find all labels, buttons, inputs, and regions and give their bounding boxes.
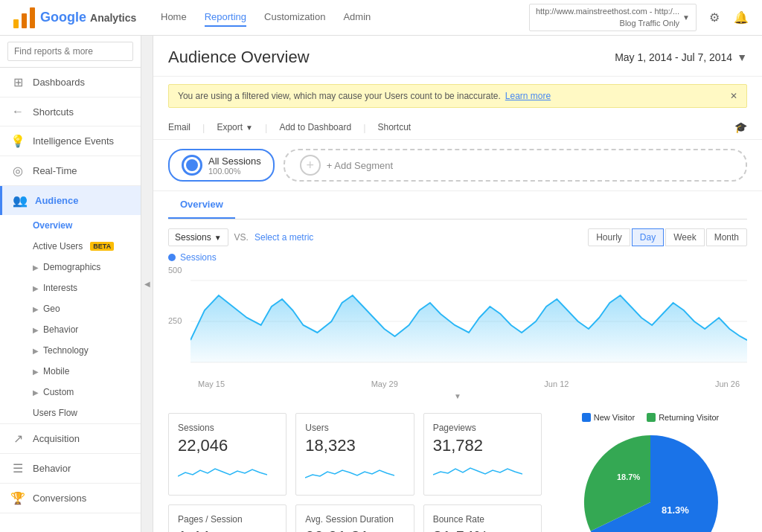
content-header: Audience Overview May 1, 2014 - Jul 7, 2… [153, 36, 762, 77]
tab-bar: Overview [168, 191, 747, 219]
segments-row: All Sessions 100.00% + + Add Segment [153, 140, 762, 191]
technology-arrow-icon: ▶ [33, 347, 39, 355]
url-display[interactable]: http://www.mainstreethost.com - http:/..… [529, 4, 697, 31]
add-to-dashboard-button[interactable]: Add to Dashboard [279, 122, 351, 132]
url-dropdown-icon: ▼ [682, 13, 690, 23]
sidebar-sub-interests[interactable]: ▶ Interests [0, 278, 141, 298]
metric-avg-session: Avg. Session Duration 00:01:31 [295, 504, 414, 532]
sidebar-sub-custom[interactable]: ▶ Custom [0, 382, 141, 403]
sidebar-item-behavior[interactable]: ☰ Behavior [0, 454, 141, 483]
tab-overview[interactable]: Overview [168, 191, 235, 219]
pageviews-sparkline [433, 461, 522, 484]
technology-label: Technology [43, 345, 89, 356]
sidebar-sub-overview[interactable]: Overview [0, 215, 141, 236]
sidebar-item-audience[interactable]: 👥 Audience [0, 186, 141, 215]
logo-analytics: Analytics [90, 12, 136, 24]
top-navigation: Google Analytics Home Reporting Customiz… [0, 0, 762, 36]
geo-label: Geo [43, 304, 60, 314]
mobile-arrow-icon: ▶ [33, 368, 39, 376]
sidebar-section-shortcuts: ← Shortcuts [0, 97, 141, 126]
users-flow-label: Users Flow [33, 408, 77, 418]
metric-pageviews: Pageviews 31,782 [423, 413, 542, 496]
filter-warning-text: You are using a filtered view, which may… [178, 91, 501, 101]
shortcut-button[interactable]: Shortcut [378, 122, 412, 132]
metric-sessions: Sessions 22,046 [168, 413, 286, 496]
metric-bounce-rate: Bounce Rate 81.54% [423, 504, 542, 532]
nav-admin[interactable]: Admin [343, 8, 371, 27]
sidebar-section-intelligence: 💡 Intelligence Events [0, 126, 141, 156]
audience-submenu: Overview Active Users BETA ▶ Demographic… [0, 215, 141, 423]
returning-visitor-pct-label: 18.7% [617, 472, 640, 481]
chart-scroll-indicator[interactable]: ▼ [168, 390, 747, 401]
sidebar-sub-technology[interactable]: ▶ Technology [0, 340, 141, 361]
sidebar-sub-users-flow[interactable]: Users Flow [0, 403, 141, 423]
nav-home[interactable]: Home [161, 8, 187, 27]
sidebar-behavior-label: Behavior [33, 463, 71, 474]
select-metric-link[interactable]: Select a metric [254, 232, 313, 243]
sidebar-sub-geo[interactable]: ▶ Geo [0, 298, 141, 319]
chart-y-500: 500 [168, 266, 182, 275]
sidebar-sub-mobile[interactable]: ▶ Mobile [0, 361, 141, 382]
nav-reporting[interactable]: Reporting [205, 8, 246, 27]
sidebar-section-acquisition: ↗ Acquisition [0, 424, 141, 454]
sessions-value: 22,046 [178, 436, 277, 455]
bounce-rate-label: Bounce Rate [433, 514, 532, 525]
returning-visitor-legend: Returning Visitor [647, 413, 719, 422]
search-input[interactable] [7, 42, 133, 61]
close-warning-button[interactable]: ✕ [730, 91, 737, 101]
hourly-button[interactable]: Hourly [588, 228, 630, 246]
vs-label: VS. [234, 232, 249, 243]
notifications-button[interactable]: 🔔 [732, 9, 750, 27]
sidebar-item-realtime[interactable]: ◎ Real-Time [0, 156, 141, 185]
main-layout: ⊞ Dashboards ← Shortcuts 💡 Intelligence … [0, 36, 762, 532]
behavior-arrow-icon: ▶ [33, 326, 39, 334]
add-segment-button[interactable]: + + Add Segment [284, 149, 747, 182]
sidebar-sub-demographics[interactable]: ▶ Demographics [0, 257, 141, 278]
day-button[interactable]: Day [632, 228, 664, 246]
behavior-label: Behavior [43, 324, 78, 335]
settings-button[interactable]: ⚙ [705, 9, 723, 27]
email-button[interactable]: Email [168, 122, 190, 132]
graduation-cap-icon[interactable]: 🎓 [734, 121, 747, 133]
sidebar-dashboards-label: Dashboards [33, 77, 85, 88]
nav-customization[interactable]: Customization [264, 8, 325, 27]
metric-selector: Sessions ▼ VS. Select a metric [168, 228, 313, 246]
export-dropdown-icon: ▼ [246, 124, 253, 132]
sessions-chart [190, 266, 747, 377]
x-label-may29: May 29 [371, 379, 398, 388]
all-sessions-segment[interactable]: All Sessions 100.00% [168, 149, 275, 182]
metrics-grid-top: Sessions 22,046 Users 18,323 [168, 413, 542, 496]
sessions-label: Sessions [178, 423, 277, 433]
dashboards-icon: ⊞ [10, 75, 25, 89]
sidebar-collapse-button[interactable]: ◀ [141, 36, 153, 532]
sidebar-item-acquisition[interactable]: ↗ Acquisition [0, 424, 141, 453]
learn-more-link[interactable]: Learn more [505, 91, 551, 101]
export-button[interactable]: Export ▼ [217, 122, 253, 132]
sessions-dropdown[interactable]: Sessions ▼ [168, 228, 228, 246]
metric-pages-session: Pages / Session 1.44 [168, 504, 286, 532]
sidebar-sub-active-users[interactable]: Active Users BETA [0, 236, 141, 257]
month-button[interactable]: Month [706, 228, 747, 246]
action-bar: Email | Export ▼ | Add to Dashboard | Sh… [153, 115, 762, 140]
metrics-and-pie: Sessions 22,046 Users 18,323 [168, 413, 747, 532]
custom-label: Custom [43, 387, 74, 397]
users-sparkline [305, 461, 394, 484]
add-segment-label: + Add Segment [327, 160, 393, 171]
sidebar-item-shortcuts[interactable]: ← Shortcuts [0, 97, 141, 126]
date-range-picker[interactable]: May 1, 2014 - Jul 7, 2014 ▼ [615, 51, 747, 63]
sidebar-sub-behavior[interactable]: ▶ Behavior [0, 319, 141, 340]
intelligence-icon: 💡 [10, 134, 25, 148]
sidebar-item-dashboards[interactable]: ⊞ Dashboards [0, 68, 141, 97]
pageviews-label: Pageviews [433, 423, 532, 433]
chart-x-labels: May 15 May 29 Jun 12 Jun 26 [190, 379, 747, 388]
pie-chart-area: New Visitor Returning Visitor [554, 413, 747, 532]
new-visitor-legend: New Visitor [582, 413, 635, 422]
overview-label: Overview [33, 220, 72, 231]
segment-percent: 100.00% [208, 167, 261, 176]
sidebar-item-intelligence[interactable]: 💡 Intelligence Events [0, 126, 141, 156]
x-label-may15: May 15 [198, 379, 225, 388]
week-button[interactable]: Week [665, 228, 704, 246]
acquisition-icon: ↗ [10, 432, 25, 446]
sidebar-item-conversions[interactable]: 🏆 Conversions [0, 484, 141, 513]
top-right-controls: http://www.mainstreethost.com - http:/..… [529, 4, 750, 31]
